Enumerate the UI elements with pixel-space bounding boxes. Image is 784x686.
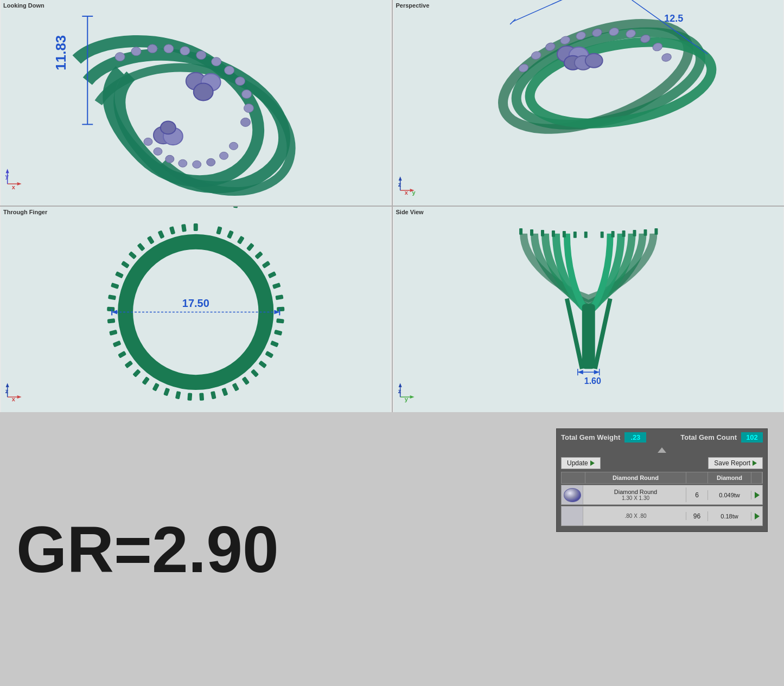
table-row: .80 X .80 96 0.18tw <box>561 506 763 526</box>
svg-rect-94 <box>187 393 192 400</box>
svg-point-21 <box>207 158 215 166</box>
row1-weight: 0.049tw <box>708 491 751 499</box>
update-label: Update <box>567 459 588 467</box>
svg-point-9 <box>235 77 245 86</box>
gem-table: Diamond Round Diamond Diamond Round 1.30… <box>557 472 767 531</box>
save-report-button[interactable]: Save Report <box>708 457 763 469</box>
update-button[interactable]: Update <box>561 457 601 469</box>
viewport-label-through-finger: Through Finger <box>3 209 47 215</box>
save-report-label: Save Report <box>714 459 750 467</box>
svg-point-25 <box>154 148 162 155</box>
svg-rect-104 <box>107 318 116 323</box>
svg-rect-83 <box>276 318 284 323</box>
col-weight: Diamond <box>708 472 751 483</box>
svg-rect-139 <box>622 230 625 237</box>
save-report-arrow-icon <box>753 460 757 466</box>
viewport-label-perspective: Perspective <box>396 2 430 9</box>
svg-rect-137 <box>643 229 647 236</box>
row1-size-text: 1.30 X 1.30 <box>589 495 683 501</box>
viewport-label-side-view: Side View <box>396 209 424 215</box>
viewport-side-view[interactable]: Side View <box>393 207 785 412</box>
total-gem-count-label: Total Gem Count <box>680 433 737 441</box>
svg-text:1.60: 1.60 <box>584 376 601 386</box>
svg-point-1 <box>115 53 125 61</box>
svg-rect-140 <box>611 231 614 238</box>
svg-rect-136 <box>654 228 658 235</box>
svg-point-4 <box>164 44 174 53</box>
svg-point-24 <box>165 155 174 163</box>
update-arrow-icon <box>590 460 595 466</box>
svg-rect-131 <box>540 230 544 236</box>
svg-point-2 <box>131 47 141 56</box>
svg-rect-141 <box>600 232 603 238</box>
row2-count: 96 <box>686 511 708 521</box>
row1-image <box>562 485 583 504</box>
svg-point-7 <box>212 57 221 66</box>
svg-rect-129 <box>519 228 522 235</box>
svg-point-11 <box>244 104 254 112</box>
col-image <box>562 472 585 483</box>
svg-rect-82 <box>277 307 284 311</box>
viewport-through-finger[interactable]: Through Finger <box>0 207 392 412</box>
svg-rect-142 <box>582 304 595 369</box>
gr-text: GR=2.90 <box>16 512 279 587</box>
svg-point-56 <box>585 54 602 68</box>
row2-name: .80 X .80 <box>585 512 686 520</box>
row1-name-text: Diamond Round <box>589 489 683 495</box>
gem-buttons-row: Update Save Report <box>557 454 767 472</box>
svg-point-3 <box>148 44 157 53</box>
svg-point-23 <box>179 159 187 167</box>
svg-rect-71 <box>194 223 198 231</box>
row1-gem-thumb <box>564 488 581 502</box>
svg-rect-93 <box>199 393 204 400</box>
svg-text:11.83: 11.83 <box>53 35 68 70</box>
svg-text:z: z <box>398 388 401 394</box>
viewport-area: Looking Down <box>0 0 784 412</box>
scroll-row <box>557 446 767 454</box>
row2-arrow[interactable] <box>751 512 762 521</box>
row1-count: 6 <box>686 490 708 500</box>
svg-point-19 <box>230 142 238 150</box>
svg-rect-130 <box>530 229 533 236</box>
svg-point-20 <box>220 152 228 159</box>
svg-rect-133 <box>562 231 565 238</box>
svg-text:17.50: 17.50 <box>182 297 209 309</box>
svg-rect-132 <box>551 230 554 237</box>
row2-weight: 0.18tw <box>708 512 751 521</box>
total-gem-weight-value: .23 <box>624 432 646 443</box>
svg-point-15 <box>194 84 213 101</box>
svg-text:z: z <box>5 388 9 394</box>
svg-point-5 <box>180 47 190 55</box>
svg-rect-0 <box>1 0 391 206</box>
svg-rect-138 <box>633 230 636 236</box>
svg-point-8 <box>225 66 234 75</box>
svg-text:x: x <box>12 184 16 190</box>
total-gem-weight-label: Total Gem Weight <box>561 433 620 441</box>
svg-point-18 <box>161 121 176 134</box>
row1-name: Diamond Round 1.30 X 1.30 <box>585 488 686 502</box>
scroll-up-arrow[interactable] <box>658 447 666 453</box>
bottom-area: GR=2.90 Total Gem Weight .23 Total Gem C… <box>0 412 784 686</box>
col-name: Diamond Round <box>585 472 686 483</box>
svg-point-22 <box>193 161 201 168</box>
row2-size-text: .80 X .80 <box>589 513 683 519</box>
svg-text:12.5: 12.5 <box>664 13 683 24</box>
viewport-perspective[interactable]: Perspective <box>393 0 785 206</box>
viewport-looking-down[interactable]: Looking Down <box>0 0 392 206</box>
svg-text:z: z <box>398 181 401 188</box>
svg-point-6 <box>196 51 206 60</box>
svg-rect-134 <box>573 232 576 238</box>
total-gem-count-value: 102 <box>741 432 763 443</box>
gem-totals-row: Total Gem Weight .23 Total Gem Count 102 <box>557 429 767 446</box>
svg-point-12 <box>241 118 251 126</box>
row1-arrow-icon <box>755 492 760 498</box>
main-container: Looking Down <box>0 0 784 686</box>
col-count <box>686 472 708 483</box>
svg-rect-105 <box>107 307 114 311</box>
svg-point-26 <box>144 138 152 145</box>
viewport-label-looking-down: Looking Down <box>3 2 44 9</box>
svg-rect-135 <box>584 232 587 238</box>
row1-arrow[interactable] <box>751 491 762 499</box>
svg-point-10 <box>242 90 252 99</box>
col-arrow <box>751 472 762 483</box>
